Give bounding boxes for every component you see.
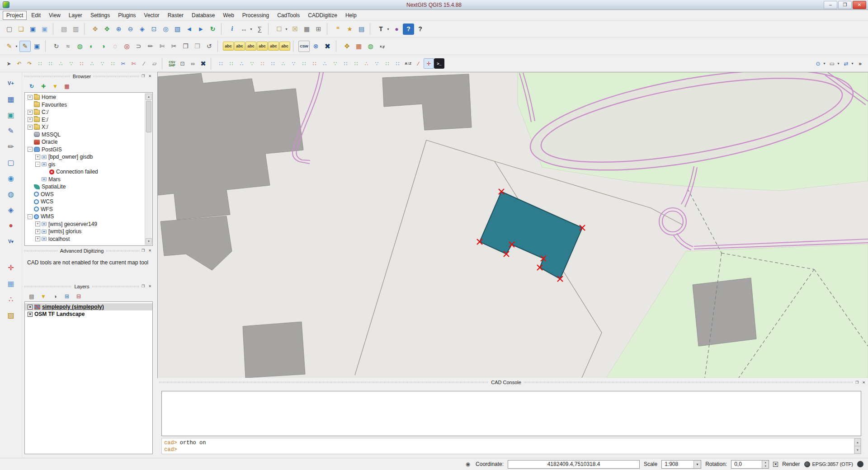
measure-dropdown-icon[interactable]: ▾ [249, 24, 254, 35]
render-checkbox[interactable]: ✕ [773, 462, 778, 467]
scroll-down-icon[interactable]: ▼ [146, 238, 152, 244]
merge-attributes-icon[interactable]: ❐ [192, 41, 203, 52]
expander-icon[interactable]: - [35, 162, 40, 167]
new-bookmark-icon[interactable]: ★ [344, 24, 355, 35]
merge-features-icon[interactable]: ❐ [180, 41, 191, 52]
slash-icon[interactable]: ∕ [139, 58, 149, 69]
chevron-down-icon[interactable]: ▾ [693, 461, 701, 468]
globe-layer-icon[interactable]: ◍ [365, 41, 376, 52]
scroll-up-icon[interactable]: ▲ [854, 438, 861, 446]
digitize-circle-3p-icon[interactable]: ∵ [247, 58, 257, 69]
console-line[interactable]: cad> ortho on [162, 439, 854, 446]
close-panel-icon[interactable]: ✕ [147, 73, 153, 79]
redo-icon[interactable]: ↷ [24, 58, 35, 69]
snap-tangent-icon[interactable]: ∵ [97, 58, 108, 69]
close-x2-icon[interactable]: ✖ [198, 58, 208, 69]
map-tips-icon[interactable]: ❝ [332, 24, 344, 35]
select-dropdown-icon[interactable]: ▾ [284, 24, 289, 35]
close-panel-icon[interactable]: ✕ [147, 248, 153, 254]
browser-item-gis[interactable]: - gis [26, 161, 144, 169]
array-points-icon[interactable]: ∴ [361, 58, 372, 69]
float-panel-icon[interactable]: ❐ [140, 73, 146, 79]
deselect-features-icon[interactable]: ☒ [289, 24, 301, 35]
expander-icon[interactable]: + [35, 221, 40, 226]
xy-coords-icon[interactable]: x,y [377, 41, 388, 52]
current-edits-dropdown-icon[interactable]: ▾ [14, 41, 19, 52]
digitize-arc-icon[interactable]: ∷ [216, 58, 226, 69]
expander-icon[interactable]: + [28, 125, 33, 130]
layer-simplepoly[interactable]: ✕ simplepoly (simplepoly) [25, 303, 152, 310]
menu-layer[interactable]: Layer [65, 11, 86, 20]
zoom-full-icon[interactable]: ⊡ [148, 24, 160, 35]
expander-icon[interactable]: - [28, 214, 33, 219]
menu-cadtools[interactable]: CadTools [274, 11, 303, 20]
layer-checkbox[interactable]: ✕ [28, 312, 33, 317]
fill-ring-icon[interactable]: ◑ [98, 41, 109, 52]
add-part-icon[interactable]: ◐ [86, 41, 97, 52]
browser-item-wfs[interactable]: WFS [26, 206, 144, 213]
field-calculator-icon[interactable]: ⊞ [313, 24, 324, 35]
map-canvas[interactable] [158, 72, 868, 378]
browser-item-ows[interactable]: OWS [26, 191, 144, 198]
statistics-icon[interactable]: ∑ [254, 24, 265, 35]
browser-item-c-drive[interactable]: + C:/ [26, 108, 144, 116]
label-unpin-icon[interactable]: abc [234, 42, 245, 51]
digitize-polygon-icon[interactable]: ∷ [309, 58, 320, 69]
rotate-symbols-icon[interactable]: ↺ [203, 41, 215, 52]
messages-icon[interactable] [857, 461, 863, 467]
digitize-ellipse-extent-icon[interactable]: ∴ [278, 58, 288, 69]
expander-icon[interactable]: - [28, 147, 33, 152]
save-as-icon[interactable]: ▣ [39, 24, 50, 35]
scale-points-icon[interactable]: ∷ [340, 58, 351, 69]
cut-blue-icon[interactable]: ✂ [118, 58, 128, 69]
new-project-icon[interactable]: ▢ [4, 24, 15, 35]
undo-icon[interactable]: ↶ [14, 58, 24, 69]
label-pin-icon[interactable]: abc [223, 42, 234, 51]
menu-help[interactable]: Help [342, 11, 360, 20]
float-panel-icon[interactable]: ❐ [854, 380, 860, 385]
select-features-icon[interactable]: ☐ [274, 24, 285, 35]
scatter-points-icon[interactable]: ∴ [4, 293, 18, 306]
menu-view[interactable]: View [45, 11, 64, 20]
scroll-down-icon[interactable]: ▼ [854, 446, 861, 454]
search-pair-icon[interactable]: ∞ [188, 58, 198, 69]
menu-web[interactable]: Web [219, 11, 237, 20]
raster-table-icon[interactable]: ▦ [353, 41, 364, 52]
help-icon[interactable]: ? [403, 24, 414, 35]
remove-layer-icon[interactable]: ⊟ [75, 292, 83, 301]
pen-blue-icon[interactable]: ✎ [4, 124, 18, 137]
browser-item-mars[interactable]: Mars [26, 176, 144, 183]
float-panel-icon[interactable]: ❐ [140, 248, 146, 254]
orientation-dropdown-icon[interactable]: ▾ [822, 58, 827, 69]
digitize-rectangle-3p-icon[interactable]: ∷ [299, 58, 309, 69]
menu-processing[interactable]: Processing [239, 11, 273, 20]
scrollbar-thumb[interactable] [146, 101, 151, 132]
browser-item-wms[interactable]: - WMS [26, 213, 144, 221]
spinner-arrows[interactable]: ▲ ▼ [762, 461, 769, 468]
close-panel-icon[interactable]: ✕ [861, 380, 867, 385]
collapse-all-icon[interactable]: ▦ [63, 82, 71, 90]
filter-legend-icon[interactable]: ▼ [39, 292, 47, 301]
crs-indicator[interactable]: EPSG:3857 (OTF) [804, 461, 853, 467]
split-features-icon[interactable]: ✂ [168, 41, 179, 52]
filter-browser-icon[interactable]: ▼ [51, 82, 59, 90]
expand-tree-icon[interactable]: ⊞ [63, 292, 71, 301]
cad-crosshair-icon[interactable]: ✛ [4, 261, 18, 274]
toggle-editing-icon[interactable]: ✎ [19, 41, 31, 52]
cad-pointer-icon[interactable]: ➤ [4, 58, 14, 69]
minimize-button[interactable]: – [824, 1, 837, 9]
menu-edit[interactable]: Edit [28, 11, 44, 20]
scale-combobox[interactable]: 1:908 ▾ [661, 460, 701, 469]
browser-scrollbar[interactable]: ▲ ▼ [145, 93, 152, 245]
menu-plugins[interactable]: Plugins [114, 11, 139, 20]
scroll-up-icon[interactable]: ▲ [146, 94, 152, 100]
expander-icon[interactable]: + [35, 236, 40, 241]
browser-item-oracle[interactable]: Oracle [26, 138, 144, 146]
extents-icon[interactable]: ◉ [464, 461, 472, 468]
csw-search-icon[interactable]: CSW [298, 41, 310, 52]
browser-item-favourites[interactable]: Favourites [26, 101, 144, 109]
expander-icon[interactable]: + [35, 229, 40, 234]
layer-osm-tf-landscape[interactable]: ✕ OSM TF Landscape [25, 310, 152, 318]
browser-item-x-drive[interactable]: + X:/ [26, 123, 144, 131]
text-annotation-icon[interactable]: T [375, 24, 387, 35]
